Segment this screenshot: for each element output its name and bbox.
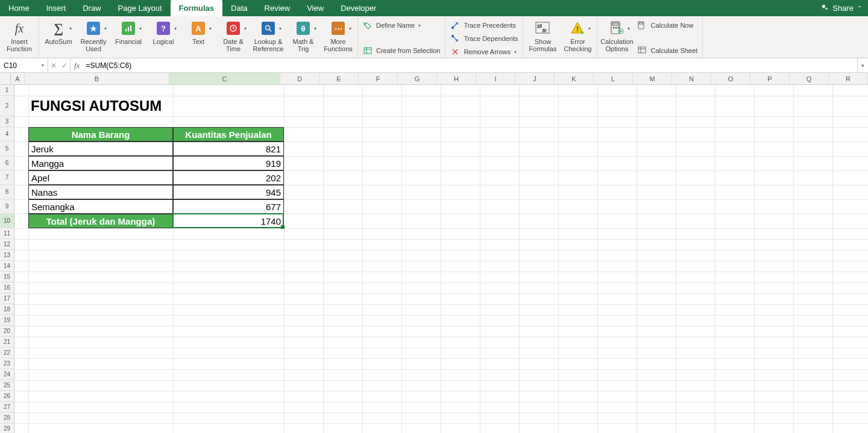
remove-arrows-button[interactable]: Remove Arrows ▾ xyxy=(449,46,519,57)
trace-dependents-button[interactable]: Trace Dependents xyxy=(449,33,519,44)
row-header-2[interactable]: 2 xyxy=(0,96,14,116)
row-header-14[interactable]: 14 xyxy=(0,261,14,272)
row-header-18[interactable]: 18 xyxy=(0,304,14,315)
column-header-K[interactable]: K xyxy=(555,73,594,84)
row-header-26[interactable]: 26 xyxy=(0,391,14,402)
row-header-4[interactable]: 4 xyxy=(0,127,14,142)
column-header-F[interactable]: F xyxy=(359,73,398,84)
error-checking-button[interactable]: !▾ ErrorChecking xyxy=(562,19,593,52)
select-all-corner[interactable] xyxy=(0,73,11,84)
table-cell-qty[interactable]: 677 xyxy=(173,199,284,214)
table-cell-name[interactable]: Semangka xyxy=(28,199,173,214)
row-header-28[interactable]: 28 xyxy=(0,413,14,423)
row-header-20[interactable]: 20 xyxy=(0,326,14,337)
logical-button[interactable]: ?▾ Logical xyxy=(148,19,179,45)
column-header-H[interactable]: H xyxy=(437,73,476,84)
column-header-C[interactable]: C xyxy=(169,73,280,84)
enter-icon[interactable]: ✓ xyxy=(61,61,68,70)
column-header-B[interactable]: B xyxy=(25,73,169,84)
row-header-3[interactable]: 3 xyxy=(0,116,14,127)
date-time-button[interactable]: ▾ Date &Time xyxy=(218,19,249,52)
column-header-J[interactable]: J xyxy=(515,73,555,84)
tab-insert[interactable]: Insert xyxy=(38,0,75,16)
column-header-Q[interactable]: Q xyxy=(790,73,829,84)
row-header-13[interactable]: 13 xyxy=(0,250,14,261)
column-header-L[interactable]: L xyxy=(594,73,633,84)
tab-view[interactable]: View xyxy=(298,0,332,16)
column-header-E[interactable]: E xyxy=(319,73,359,84)
table-footer-label[interactable]: Total (Jeruk dan Mangga) xyxy=(28,214,173,228)
tab-page-layout[interactable]: Page Layout xyxy=(110,0,171,16)
calculate-now-button[interactable]: Calculate Now xyxy=(636,20,699,31)
table-header-qty[interactable]: Kuantitas Penjualan xyxy=(173,127,284,142)
column-header-P[interactable]: P xyxy=(750,73,790,84)
fx-icon[interactable]: fx xyxy=(71,58,83,72)
tab-review[interactable]: Review xyxy=(256,0,299,16)
tab-formulas[interactable]: Formulas xyxy=(171,0,223,16)
column-header-D[interactable]: D xyxy=(280,73,319,84)
row-header-25[interactable]: 25 xyxy=(0,380,14,391)
row-header-15[interactable]: 15 xyxy=(0,272,14,282)
formula-input[interactable]: =SUM(C5:C6) xyxy=(83,58,857,72)
table-cell-qty[interactable]: 919 xyxy=(173,156,284,170)
row-header-7[interactable]: 7 xyxy=(0,170,14,185)
row-header-12[interactable]: 12 xyxy=(0,239,14,250)
column-header-A[interactable]: A xyxy=(11,73,25,84)
table-cell-name[interactable]: Mangga xyxy=(28,156,173,170)
expand-formula-bar-icon[interactable]: ▾ xyxy=(857,58,868,72)
text-button[interactable]: A▾ Text xyxy=(183,19,214,45)
row-header-19[interactable]: 19 xyxy=(0,315,14,326)
row-header-1[interactable]: 1 xyxy=(0,85,14,96)
table-cell-name[interactable]: Apel xyxy=(28,170,173,185)
autosum-button[interactable]: ∑▾ AutoSum xyxy=(43,19,74,45)
show-formulas-button[interactable]: 15fx ShowFormulas xyxy=(527,19,558,52)
column-header-O[interactable]: O xyxy=(711,73,750,84)
recently-used-button[interactable]: ★▾ RecentlyUsed xyxy=(78,19,109,52)
row-header-23[interactable]: 23 xyxy=(0,358,14,369)
math-trig-button[interactable]: θ▾ Math &Trig xyxy=(288,19,319,52)
row-header-17[interactable]: 17 xyxy=(0,293,14,304)
cells-area[interactable]: FUNGSI AUTOSUMNama BarangKuantitas Penju… xyxy=(14,85,868,433)
calculate-sheet-button[interactable]: Calculate Sheet xyxy=(636,45,699,56)
table-header-name[interactable]: Nama Barang xyxy=(28,127,173,142)
row-header-10[interactable]: 10 xyxy=(0,214,14,228)
table-cell-qty[interactable]: 945 xyxy=(173,185,284,199)
lookup-reference-button[interactable]: ▾ Lookup &Reference xyxy=(253,19,284,52)
row-header-6[interactable]: 6 xyxy=(0,156,14,170)
create-from-selection-button[interactable]: Create from Selection xyxy=(362,45,441,56)
column-header-N[interactable]: N xyxy=(672,73,711,84)
calculation-options-button[interactable]: ▾ CalculationOptions xyxy=(601,19,632,52)
financial-button[interactable]: ▾ Financial xyxy=(113,19,144,45)
trace-precedents-button[interactable]: Trace Precedents xyxy=(449,20,519,31)
row-header-29[interactable]: 29 xyxy=(0,423,14,433)
cancel-icon[interactable]: ✕ xyxy=(51,61,57,70)
table-cell-name[interactable]: Jeruk xyxy=(28,142,173,156)
tab-developer[interactable]: Developer xyxy=(332,0,385,16)
row-header-24[interactable]: 24 xyxy=(0,369,14,380)
column-header-I[interactable]: I xyxy=(476,73,515,84)
row-header-9[interactable]: 9 xyxy=(0,199,14,214)
name-box[interactable]: C10 ▾ xyxy=(0,58,48,72)
table-cell-qty[interactable]: 821 xyxy=(173,142,284,156)
table-cell-name[interactable]: Nanas xyxy=(28,185,173,199)
tab-data[interactable]: Data xyxy=(222,0,256,16)
column-header-R[interactable]: R xyxy=(829,73,868,84)
tab-home[interactable]: Home xyxy=(0,0,38,16)
table-footer-value[interactable]: 1740 xyxy=(173,214,284,228)
more-functions-button[interactable]: ⋯▾ MoreFunctions xyxy=(322,19,354,52)
row-header-5[interactable]: 5 xyxy=(0,142,14,156)
table-cell-qty[interactable]: 202 xyxy=(173,170,284,185)
insert-function-button[interactable]: fx InsertFunction xyxy=(4,19,35,52)
tab-draw[interactable]: Draw xyxy=(74,0,109,16)
row-header-27[interactable]: 27 xyxy=(0,402,14,413)
row-header-11[interactable]: 11 xyxy=(0,228,14,239)
row-header-21[interactable]: 21 xyxy=(0,337,14,347)
define-name-button[interactable]: Define Name ▾ xyxy=(362,20,441,31)
row-header-22[interactable]: 22 xyxy=(0,347,14,358)
column-header-G[interactable]: G xyxy=(398,73,437,84)
share-button[interactable]: Share ⌃ xyxy=(814,0,868,16)
row-header-8[interactable]: 8 xyxy=(0,185,14,199)
row-header-16[interactable]: 16 xyxy=(0,282,14,293)
title-cell[interactable]: FUNGSI AUTOSUM xyxy=(28,96,323,116)
column-header-M[interactable]: M xyxy=(633,73,672,84)
